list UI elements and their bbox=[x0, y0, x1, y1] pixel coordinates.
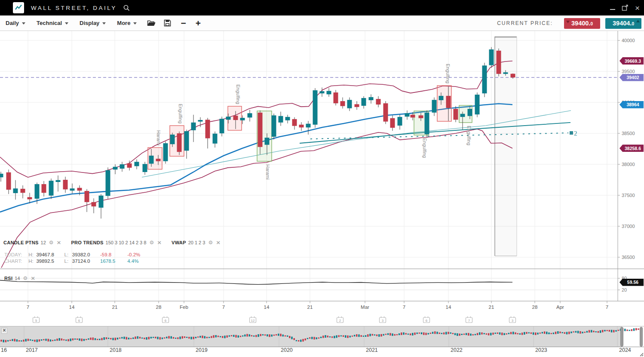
y-axis-tick-label: 37000 bbox=[622, 224, 635, 229]
x-axis-tick-label: 28 bbox=[525, 305, 544, 310]
menu-technical[interactable]: Technical bbox=[37, 20, 68, 26]
close-icon[interactable]: × bbox=[216, 239, 221, 246]
navigator-chart[interactable] bbox=[0, 326, 644, 347]
today-stats-row: TODAY: H: 39467.8 L: 39382.0 -59.8 -0.2% bbox=[4, 252, 153, 258]
svg-text:2: 2 bbox=[574, 130, 577, 137]
rsi-indicator-label: RSI 14 ⚙ × bbox=[4, 275, 35, 281]
trading-platform-window: WALL STREET, DAILY × Daily Technical bbox=[0, 0, 644, 357]
zoom-in-button[interactable]: + bbox=[196, 19, 201, 28]
price-badge: 39669.3 bbox=[619, 57, 644, 65]
x-axis-tick-label: 21 bbox=[482, 305, 501, 310]
x-axis-tick-label: 14 bbox=[439, 305, 458, 310]
y-axis-tick-label: 37500 bbox=[622, 193, 635, 198]
navigator-close-icon[interactable]: × bbox=[1, 328, 7, 334]
svg-text:3: 3 bbox=[382, 319, 384, 323]
buy-price-button[interactable]: 39404.0 bbox=[605, 18, 641, 29]
close-icon[interactable]: × bbox=[31, 275, 35, 281]
chart-region: 2HaramiEngulfingEngulfingEngulfingHarami… bbox=[0, 31, 644, 326]
navigator-year-label: 2024 bbox=[619, 347, 631, 353]
session-stats: TODAY: H: 39467.8 L: 39382.0 -59.8 -0.2%… bbox=[4, 252, 153, 264]
x-axis-tick-label: 21 bbox=[301, 305, 319, 310]
sell-price-button[interactable]: 39400.0 bbox=[564, 18, 600, 29]
svg-text:Engulfing: Engulfing bbox=[236, 84, 241, 104]
navigator-year-label: 2017 bbox=[26, 347, 38, 353]
y-axis-tick-label: 38500 bbox=[622, 131, 635, 136]
x-axis-tick-label: Mar bbox=[356, 305, 374, 310]
search-icon[interactable] bbox=[123, 4, 130, 12]
x-axis-tick-label: 7 bbox=[395, 305, 414, 310]
zoom-out-button[interactable]: − bbox=[181, 19, 186, 28]
price-chart[interactable]: 2HaramiEngulfingEngulfingEngulfingHarami… bbox=[0, 31, 644, 326]
indicator-vwap: VWAP 20 1 2 3 ⚙ × bbox=[172, 239, 221, 246]
chart-toolbar: Daily Technical Display More − + CURRE bbox=[0, 15, 644, 31]
navigator-year-label: 16 bbox=[1, 347, 7, 353]
x-axis-tick-label: 21 bbox=[105, 305, 124, 310]
indicator-legend: CANDLE PTNS 12 ⚙ × PRO TRENDS 150 3 10 2… bbox=[3, 239, 230, 246]
close-icon[interactable]: × bbox=[157, 239, 162, 246]
svg-text:Engulfing: Engulfing bbox=[422, 138, 427, 158]
chevron-down-icon bbox=[133, 22, 137, 25]
current-price-group: CURRENT PRICE: 39400.0 39404.0 bbox=[497, 15, 641, 31]
x-axis-tick-label: 14 bbox=[257, 305, 276, 310]
navigator-year-label: 2018 bbox=[110, 347, 122, 353]
rsi-value-badge: 59.56 bbox=[619, 279, 644, 286]
svg-text:7: 7 bbox=[468, 319, 470, 323]
window-controls: × bbox=[610, 0, 640, 15]
x-axis-tick-label: 7 bbox=[598, 305, 616, 310]
svg-text:Engulfing: Engulfing bbox=[178, 104, 183, 123]
navigator-year-label: 2020 bbox=[281, 347, 293, 353]
current-price-label: CURRENT PRICE: bbox=[497, 20, 553, 26]
svg-text:2: 2 bbox=[339, 319, 341, 323]
navigator-year-label: 2019 bbox=[196, 347, 208, 353]
indicator-candle-patterns: CANDLE PTNS 12 ⚙ × bbox=[3, 239, 61, 246]
price-badge: 38258.6 bbox=[619, 145, 644, 152]
instrument-title: WALL STREET, DAILY bbox=[31, 5, 117, 11]
chart-app-logo-icon bbox=[13, 2, 24, 13]
close-window-icon[interactable]: × bbox=[635, 4, 640, 12]
arrow-down-icon bbox=[566, 21, 570, 23]
timeline-navigator: × 1620172018201920202021202220232024 bbox=[0, 326, 644, 357]
gear-icon[interactable]: ⚙ bbox=[149, 240, 154, 246]
menu-more[interactable]: More bbox=[117, 20, 137, 26]
open-folder-icon[interactable] bbox=[147, 19, 156, 27]
svg-text:6: 6 bbox=[78, 319, 80, 323]
navigator-left-handle[interactable] bbox=[620, 327, 623, 347]
close-icon[interactable]: × bbox=[57, 239, 61, 246]
gear-icon[interactable]: ⚙ bbox=[208, 240, 213, 246]
x-axis-tick-label: Apr bbox=[551, 305, 570, 310]
x-axis-tick-label: 7 bbox=[214, 305, 233, 310]
y-axis-tick-label: 40000 bbox=[622, 38, 635, 43]
svg-text:12: 12 bbox=[251, 319, 255, 323]
menu-display[interactable]: Display bbox=[80, 20, 106, 26]
x-axis-tick-label: Feb bbox=[175, 305, 193, 310]
chevron-down-icon bbox=[22, 22, 25, 25]
save-icon[interactable] bbox=[164, 19, 171, 27]
svg-text:Harami: Harami bbox=[265, 164, 270, 179]
svg-text:6: 6 bbox=[165, 319, 167, 323]
svg-text:Engulfing: Engulfing bbox=[466, 126, 472, 145]
navigator-right-handle[interactable] bbox=[640, 327, 643, 347]
resize-grip[interactable] bbox=[638, 351, 644, 357]
minimize-button[interactable] bbox=[610, 6, 615, 10]
indicator-pro-trends: PRO TRENDS 150 3 10 2 14 2 3 8 ⚙ × bbox=[71, 239, 162, 246]
chart-stats-row: CHART: H: 39892.5 L: 37124.0 1678.5 4.4% bbox=[4, 258, 153, 265]
gear-icon[interactable]: ⚙ bbox=[49, 240, 54, 246]
svg-text:Harami: Harami bbox=[156, 130, 161, 145]
y-axis-tick-label: 38000 bbox=[622, 162, 635, 167]
menu-timeframe[interactable]: Daily bbox=[6, 20, 25, 26]
x-axis-tick-label: 28 bbox=[149, 305, 168, 310]
navigator-year-label: 2021 bbox=[366, 347, 378, 353]
chevron-down-icon bbox=[102, 22, 106, 25]
x-axis-tick-label: 7 bbox=[18, 305, 37, 310]
gear-icon[interactable]: ⚙ bbox=[23, 275, 28, 281]
arrow-up-icon bbox=[636, 20, 640, 22]
y-axis-tick-label: 39500 bbox=[622, 69, 635, 74]
svg-text:Engulfing: Engulfing bbox=[445, 64, 451, 83]
svg-text:6: 6 bbox=[426, 319, 428, 323]
popout-button[interactable] bbox=[622, 5, 629, 11]
svg-text:3: 3 bbox=[512, 319, 514, 323]
svg-text:5: 5 bbox=[35, 319, 37, 323]
price-badge: 38964 bbox=[619, 101, 644, 108]
rsi-axis-tick-label: 20 bbox=[622, 287, 627, 292]
chevron-down-icon bbox=[65, 22, 68, 25]
